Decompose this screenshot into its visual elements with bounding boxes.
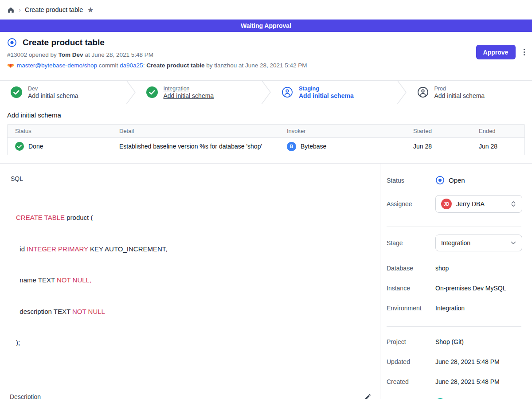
updated-value: June 28, 2021 5:48 PM: [435, 358, 500, 365]
pipeline-stage-prod[interactable]: Prod Add initial schema: [407, 81, 532, 104]
star-icon[interactable]: ★: [87, 6, 94, 14]
stage-separator: [126, 81, 136, 104]
instance-value[interactable]: On-premises Dev MySQL: [435, 285, 506, 292]
stage-task-label: Add initial schema: [28, 92, 78, 99]
project-label: Project: [387, 338, 435, 345]
sql-text: product (: [65, 214, 93, 221]
created-label: Created: [387, 378, 435, 385]
divider: [387, 227, 521, 227]
sql-text: KEY AUTO_INCREMENT,: [88, 245, 168, 253]
task-done-icon: [15, 142, 24, 151]
status-open-icon: [435, 176, 445, 185]
sql-keyword: INTEGER PRIMARY: [27, 245, 88, 253]
task-table-header: Status Detail Invoker Started Ended: [8, 125, 524, 138]
sql-code-block: CREATE TABLE product ( id INTEGER PRIMAR…: [16, 192, 373, 369]
issue-open-status-icon: [7, 38, 17, 47]
pipeline-stage-dev[interactable]: Dev Add initial schema: [0, 81, 126, 104]
commit-branch-link[interactable]: master@bytebase-demo/shop: [17, 62, 97, 69]
environment-value[interactable]: Integration: [435, 305, 465, 312]
divider: [7, 385, 373, 385]
col-header-started: Started: [406, 128, 471, 134]
home-icon[interactable]: [7, 6, 15, 14]
issue-header: Create product table Approve #13002 open…: [0, 32, 532, 80]
sql-text: );: [16, 339, 20, 346]
task-title: Add initial schema: [7, 111, 525, 119]
task-table-row[interactable]: Done Established baseline version %s for…: [8, 138, 524, 155]
stage-env-label: Prod: [434, 86, 485, 92]
gitlab-icon: [7, 62, 14, 69]
edit-description-icon[interactable]: [364, 392, 372, 399]
task-ended: Jun 28: [471, 143, 524, 150]
database-value[interactable]: shop: [435, 265, 449, 272]
pipeline-stage-integration[interactable]: Integration Add initial schema: [136, 81, 262, 104]
pipeline: Dev Add initial schema Integration Add i…: [0, 80, 532, 104]
assignee-label: Assignee: [387, 200, 435, 207]
issue-title: Create product table: [23, 38, 105, 47]
stage-task-label: Add initial schema: [434, 92, 485, 99]
status-label: Status: [387, 177, 435, 184]
invoker-avatar: B: [287, 142, 296, 151]
sql-text: description TEXT: [16, 308, 72, 315]
sql-line: description TEXT NOT NULL: [16, 306, 373, 317]
sql-keyword: NOT NULL,: [57, 276, 91, 284]
stage-separator: [261, 81, 271, 104]
stage-value: Integration: [441, 239, 470, 246]
task-detail: Established baseline version %s for data…: [112, 143, 279, 150]
main-column: SQL CREATE TABLE product ( id INTEGER PR…: [0, 164, 380, 399]
stage-env-label: Staging: [299, 86, 354, 92]
stage-pending-approval-icon: [282, 86, 293, 98]
approve-button[interactable]: Approve: [476, 45, 516, 59]
sql-keyword: NOT NULL: [72, 308, 105, 315]
sql-line: id INTEGER PRIMARY KEY AUTO_INCREMENT,: [16, 244, 373, 254]
sql-text: id: [16, 245, 27, 253]
sql-line: CREATE TABLE product (: [16, 212, 373, 223]
col-header-invoker: Invoker: [279, 128, 406, 134]
issue-author: Tom Dev: [59, 51, 83, 58]
assignee-value: Jerry DBA: [456, 200, 485, 207]
environment-label: Environment: [387, 305, 435, 312]
col-header-status: Status: [8, 128, 112, 134]
commit-word: commit: [97, 62, 120, 69]
chevron-right-icon: ›: [19, 6, 21, 13]
col-header-ended: Ended: [471, 128, 524, 134]
waiting-approval-banner: Waiting Approval: [0, 20, 532, 32]
assignee-avatar: JD: [441, 199, 452, 209]
instance-label: Instance: [387, 285, 435, 292]
database-label: Database: [387, 265, 435, 272]
task-started: Jun 28: [406, 143, 471, 150]
stage-env-label: Integration: [164, 86, 214, 92]
commit-suffix: by tianzhou at June 28, 2021 5:42 PM: [204, 62, 307, 69]
updown-chevron-icon: [510, 201, 516, 207]
commit-hash-link[interactable]: da90a25: [120, 62, 143, 69]
stage-done-icon: [146, 86, 158, 98]
assignee-select[interactable]: JD Jerry DBA: [435, 195, 522, 213]
issue-meta-prefix: #13002 opened by: [7, 51, 59, 58]
divider: [387, 326, 521, 327]
sql-section-label: SQL: [11, 175, 373, 182]
commit-message: Create product table: [146, 62, 204, 69]
stage-done-icon: [11, 86, 22, 98]
issue-meta: #13002 opened by Tom Dev at June 28, 202…: [7, 51, 525, 58]
description-label: Description: [10, 393, 41, 399]
task-status: Done: [28, 143, 43, 150]
task-section: Add initial schema Status Detail Invoker…: [0, 104, 532, 163]
sql-keyword: CREATE TABLE: [16, 214, 65, 221]
breadcrumb-title[interactable]: Create product table: [25, 6, 83, 13]
updated-label: Updated: [387, 358, 435, 365]
task-table: Status Detail Invoker Started Ended Done…: [7, 124, 525, 155]
commit-line: master@bytebase-demo/shop commit da90a25…: [7, 62, 525, 69]
sql-text: name TEXT: [16, 276, 57, 284]
stage-pending-icon: [417, 86, 429, 98]
pipeline-stage-staging[interactable]: Staging Add initial schema: [271, 81, 397, 104]
project-value[interactable]: Shop (Git): [435, 338, 464, 345]
created-value: June 28, 2021 5:48 PM: [435, 378, 500, 385]
issue-meta-suffix: at June 28, 2021 5:48 PM: [83, 51, 153, 58]
banner-text: Waiting Approval: [241, 22, 291, 29]
kebab-menu-icon[interactable]: [523, 47, 526, 58]
commit-colon: :: [143, 62, 147, 69]
lower-area: SQL CREATE TABLE product ( id INTEGER PR…: [0, 163, 532, 399]
stage-label: Stage: [387, 239, 435, 246]
stage-select[interactable]: Integration: [435, 235, 522, 251]
breadcrumb: › Create product table ★: [0, 0, 532, 20]
sql-line: );: [16, 337, 373, 348]
